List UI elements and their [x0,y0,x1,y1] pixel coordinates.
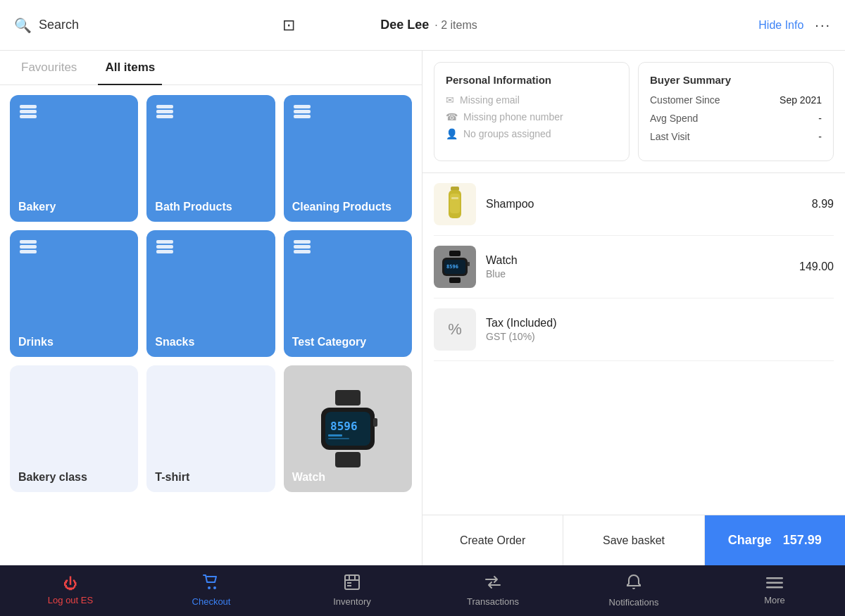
nav-checkout[interactable]: Checkout [141,574,282,607]
svg-text:8596: 8596 [330,420,358,433]
svg-rect-17 [294,250,311,253]
action-bar: Create Order Save basket Charge 157.99 [423,515,845,565]
svg-rect-13 [156,245,173,249]
charge-button[interactable]: Charge 157.99 [705,515,845,565]
charge-amount: 157.99 [783,533,822,548]
svg-rect-1 [20,110,37,113]
personal-info-card: Personal Information ✉ Missing email ☎ M… [434,62,630,161]
avg-spend-row: Avg Spend - [650,113,822,124]
category-bath-products[interactable]: Bath Products [146,95,275,222]
item-bakery-class[interactable]: Bakery class [10,365,138,492]
customer-since-label: Customer Since [650,94,720,106]
svg-rect-46 [766,586,783,589]
stack-icon [20,240,37,258]
search-icon: 🔍 [14,17,32,34]
phone-row: ☎ Missing phone number [446,111,618,122]
order-item-watch: 8596 Watch Blue 149.00 [434,236,834,298]
groups-icon: 👤 [446,128,458,139]
category-label: Bakery [10,192,138,222]
nav-notifications[interactable]: Notifications [563,574,704,608]
shampoo-name: Shampoo [486,198,802,210]
missing-email: Missing email [460,94,520,106]
svg-rect-39 [345,579,359,581]
category-bakery[interactable]: Bakery [10,95,138,222]
more-options-button[interactable]: ··· [815,17,831,33]
buyer-summary-card: Buyer Summary Customer Since Sep 2021 Av… [638,62,834,161]
charge-label: Charge [728,533,772,548]
tax-sub: GST (10%) [486,331,824,342]
tax-details: Tax (Included) GST (10%) [486,317,824,342]
category-snacks[interactable]: Snacks [146,230,275,357]
left-panel: Favourites All items Bakery [0,51,423,565]
cart-icon [203,574,220,593]
svg-point-36 [208,586,211,589]
nav-transactions[interactable]: Transactions [423,574,563,607]
stack-icon [156,105,173,122]
customer-since-value: Sep 2021 [780,94,822,106]
svg-rect-16 [294,245,311,249]
nav-more-label: More [764,595,785,605]
item-t-shirt[interactable]: T-shirt [146,365,275,492]
inventory-icon [344,574,360,593]
info-cards: Personal Information ✉ Missing email ☎ M… [423,51,845,173]
svg-rect-40 [349,575,350,579]
stack-icon [156,240,173,258]
category-label: Test Category [284,327,412,357]
missing-phone: Missing phone number [463,111,563,122]
nav-inventory[interactable]: Inventory [282,574,423,607]
nav-logout[interactable]: ⏻ Log out ES [0,576,141,605]
email-icon: ✉ [446,94,454,106]
svg-rect-44 [766,577,783,579]
watch-price: 149.00 [799,260,834,273]
hide-info-button[interactable]: Hide Info [758,19,803,32]
category-drinks[interactable]: Drinks [10,230,138,357]
user-items: · 2 items [434,19,477,32]
category-test-category[interactable]: Test Category [284,230,412,357]
user-name: Dee Lee [380,18,429,32]
tab-all-items[interactable]: All items [98,51,162,84]
scan-icon[interactable]: ⊡ [282,16,295,34]
svg-rect-31 [449,277,461,283]
svg-rect-5 [156,115,173,118]
category-label: Snacks [146,327,275,357]
bell-icon [626,574,641,594]
save-basket-button[interactable]: Save basket [563,515,704,565]
category-cleaning-products[interactable]: Cleaning Products [284,95,412,222]
svg-text:8596: 8596 [446,264,458,270]
tab-favourites[interactable]: Favourites [14,51,84,84]
stack-icon [294,105,311,122]
svg-rect-10 [20,245,37,249]
watch-details: Watch Blue [486,254,789,279]
shampoo-price: 8.99 [812,198,834,210]
svg-rect-3 [156,105,173,108]
item-watch[interactable]: 8596 Watch [284,365,412,492]
category-label: Drinks [10,327,138,357]
svg-rect-4 [156,110,173,113]
svg-rect-18 [335,390,361,406]
svg-rect-29 [451,197,458,199]
order-item-shampoo: Shampoo 8.99 [434,173,834,236]
item-label: T-shirt [146,463,275,492]
svg-rect-45 [766,582,783,584]
stack-icon [20,105,37,122]
watch-name: Watch [486,254,789,267]
svg-rect-0 [20,105,37,108]
buyer-summary-title: Buyer Summary [650,74,822,86]
search-label[interactable]: Search [39,18,79,32]
svg-rect-30 [449,251,461,256]
svg-rect-35 [468,262,470,266]
svg-rect-24 [328,438,349,439]
nav-more[interactable]: More [704,576,845,605]
tabs: Favourites All items [0,51,422,85]
svg-rect-25 [373,418,377,427]
svg-rect-23 [328,434,342,436]
svg-rect-8 [294,115,311,118]
transactions-icon [484,574,501,593]
top-right-actions: Hide Info ··· [563,17,831,33]
shampoo-details: Shampoo [486,198,802,210]
phone-icon: ☎ [446,111,458,122]
create-order-button[interactable]: Create Order [423,515,563,565]
svg-rect-11 [20,250,37,253]
svg-rect-7 [294,110,311,113]
logout-icon: ⏻ [63,576,77,592]
